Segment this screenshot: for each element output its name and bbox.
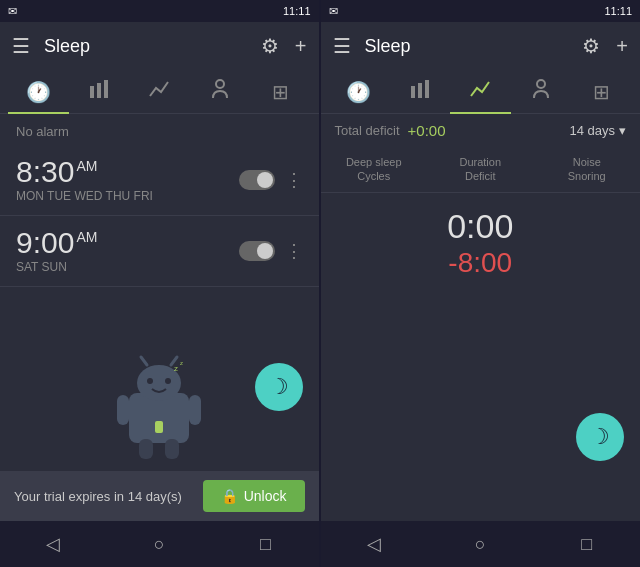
alarm-toggle-2[interactable] [239, 241, 275, 261]
alarm-toggle-1[interactable] [239, 170, 275, 190]
top-bar-left-group: ☰ Sleep [12, 34, 90, 58]
alarm-controls-2: ⋮ [239, 240, 303, 262]
clock-tab-icon: 🕐 [26, 80, 51, 104]
home-button-left[interactable]: ○ [135, 521, 183, 567]
status-bar-right: ✉ 11:11 [321, 0, 641, 22]
app-title-left: Sleep [44, 36, 90, 57]
stats-col-deep-sleep: Deep sleep Cycles [321, 155, 428, 184]
mascot-image: z z [109, 351, 209, 461]
top-bar-left: ☰ Sleep ⚙ + [0, 22, 319, 70]
add-tab-icon-right: ⊞ [593, 80, 610, 104]
status-bar-left: ✉ 11:11 [0, 0, 319, 22]
trial-bar: Your trial expires in 14 day(s) 🔒 Unlock [0, 471, 319, 521]
tab-add-left[interactable]: ⊞ [250, 70, 311, 114]
stats-col-duration: Duration Deficit [427, 155, 534, 184]
alarm-time-block-2: 9:00AM SAT SUN [16, 228, 239, 274]
svg-rect-0 [90, 86, 94, 98]
svg-point-3 [216, 80, 224, 88]
tabs-right: 🕐 ⊞ [321, 70, 641, 114]
status-bar-time-right: 11:11 [604, 5, 632, 17]
top-bar-right-left-group: ☰ Sleep [333, 34, 411, 58]
svg-rect-1 [97, 83, 101, 98]
unlock-label: Unlock [244, 488, 287, 504]
add-button-left[interactable]: + [295, 35, 307, 58]
tab-clock-left[interactable]: 🕐 [8, 70, 69, 114]
tab-bar-left[interactable] [69, 70, 130, 114]
svg-rect-13 [189, 395, 201, 425]
tab-bar-right[interactable] [389, 70, 450, 114]
trial-text: Your trial expires in 14 day(s) [14, 489, 182, 504]
svg-rect-15 [165, 439, 179, 459]
moon-icon: ☽ [269, 374, 289, 400]
alarm-more-2[interactable]: ⋮ [285, 240, 303, 262]
main-value: 0:00 [432, 209, 529, 243]
stats-col-label-1: Deep sleep Cycles [321, 155, 428, 184]
unlock-button[interactable]: 🔒 Unlock [203, 480, 305, 512]
moon-fab-right[interactable]: ☽ [576, 413, 624, 461]
moon-fab-left[interactable]: ☽ [255, 363, 303, 411]
svg-point-7 [165, 378, 171, 384]
settings-button-right[interactable]: ⚙ [582, 34, 600, 58]
big-numbers: 0:00 -8:00 [321, 193, 641, 287]
add-tab-icon: ⊞ [272, 80, 289, 104]
left-panel: ✉ 11:11 ☰ Sleep ⚙ + 🕐 [0, 0, 320, 567]
hamburger-button[interactable]: ☰ [12, 34, 30, 58]
status-time-right: 11:11 [604, 5, 632, 17]
stats-col-label-2: Duration Deficit [427, 155, 534, 184]
tab-person-left[interactable] [190, 70, 251, 114]
svg-text:z: z [180, 360, 183, 366]
tab-person-right[interactable] [511, 70, 572, 114]
bar-tab-icon [89, 80, 109, 103]
hamburger-button-right[interactable]: ☰ [333, 34, 351, 58]
stats-col-label-3: Noise Snoring [534, 155, 641, 184]
svg-point-20 [537, 80, 545, 88]
back-button-left[interactable]: ◁ [29, 521, 77, 567]
chart-area: ☽ [321, 287, 641, 521]
stats-col-noise: Noise Snoring [534, 155, 641, 184]
status-bar-icons: ✉ [8, 5, 17, 18]
tab-trend-left[interactable] [129, 70, 190, 114]
back-button-right[interactable]: ◁ [350, 521, 398, 567]
days-selector[interactable]: 14 days ▾ [569, 123, 626, 138]
top-bar-right-right-group: ⚙ + [582, 34, 628, 58]
svg-rect-16 [155, 421, 163, 433]
add-button-right[interactable]: + [616, 35, 628, 58]
secondary-value: -8:00 [432, 247, 529, 279]
recents-button-right[interactable]: □ [563, 521, 611, 567]
settings-button-left[interactable]: ⚙ [261, 34, 279, 58]
chevron-down-icon: ▾ [619, 123, 626, 138]
message-icon-right: ✉ [329, 5, 338, 18]
person-tab-icon-right [531, 79, 551, 104]
tab-trend-right[interactable] [450, 70, 511, 114]
alarm-time-1: 8:30AM [16, 157, 239, 187]
status-bar-icons-right: ✉ [329, 5, 338, 18]
clock-tab-icon-right: 🕐 [346, 80, 371, 104]
days-label: 14 days [569, 123, 615, 138]
stats-columns: Deep sleep Cycles Duration Deficit Noise… [321, 147, 641, 193]
svg-text:z: z [174, 364, 178, 373]
recents-button-left[interactable]: □ [241, 521, 289, 567]
moon-icon-right: ☽ [590, 424, 610, 450]
big-num-col-1 [335, 209, 432, 279]
alarm-more-1[interactable]: ⋮ [285, 169, 303, 191]
status-bar-time-area: 11:11 [283, 5, 311, 17]
tab-add-right[interactable]: ⊞ [571, 70, 632, 114]
trend-tab-icon [149, 80, 169, 103]
svg-point-6 [147, 378, 153, 384]
svg-rect-14 [139, 439, 153, 459]
alarm-item-1: 8:30AM MON TUE WED THU FRI ⋮ [0, 145, 319, 216]
svg-rect-17 [411, 86, 415, 98]
svg-rect-2 [104, 80, 108, 98]
alarm-time-block-1: 8:30AM MON TUE WED THU FRI [16, 157, 239, 203]
mascot-area: z z ☽ [0, 287, 319, 471]
app-title-right: Sleep [365, 36, 411, 57]
nav-bar-left: ◁ ○ □ [0, 521, 319, 567]
svg-line-10 [141, 357, 147, 365]
alarm-item-2: 9:00AM SAT SUN ⋮ [0, 216, 319, 287]
nav-bar-right: ◁ ○ □ [321, 521, 641, 567]
svg-rect-12 [117, 395, 129, 425]
home-button-right[interactable]: ○ [456, 521, 504, 567]
bar-tab-icon-right [410, 80, 430, 103]
tab-clock-right[interactable]: 🕐 [329, 70, 390, 114]
svg-rect-18 [418, 83, 422, 98]
